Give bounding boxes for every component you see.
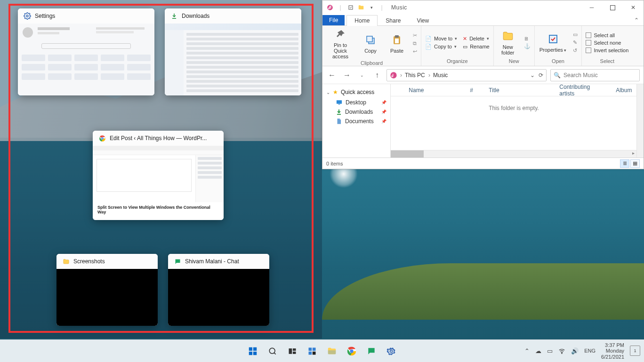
chat-button[interactable] [365,345,378,358]
address-bar[interactable]: › This PC Music ⌄ ⟳ [386,69,547,81]
copy-path-button[interactable]: ⧉ [412,40,418,47]
copy-button[interactable]: Copy [359,32,382,55]
tray-overflow-button[interactable]: ⌃ [524,347,530,354]
breadcrumb-item[interactable]: Music [433,72,448,79]
quick-access-section[interactable]: ⌄ ★ Quick access [322,87,390,97]
history-button[interactable]: ↺ [572,47,579,54]
pin-icon: 📌 [381,119,386,124]
col-artists[interactable]: Contributing artists [555,84,611,97]
search-placeholder: Search Music [564,72,598,79]
search-button[interactable] [266,345,279,358]
new-item-button[interactable]: 🗎 [523,35,531,42]
ribbon: Pin to Quick access Copy Paste ✂ ⧉ ↩ Cli… [322,26,644,66]
close-button[interactable]: ✕ [623,0,644,15]
task-view-button[interactable] [286,345,299,358]
move-to-button[interactable]: 📄Move to [424,35,458,42]
recent-button[interactable]: ⌄ [356,70,368,81]
snap-tile-chat[interactable]: Shivam Malani - Chat [168,254,269,326]
minimize-button[interactable]: ─ [581,0,602,15]
copy-to-button[interactable]: 📄Copy to [424,43,458,50]
paste-shortcut-button[interactable]: ↩ [412,48,418,55]
vertical-scrollbar[interactable] [636,84,644,157]
start-button[interactable] [246,345,259,358]
paste-icon [390,33,403,47]
download-icon [336,109,342,115]
notifications-button[interactable]: 1 [630,346,640,356]
svg-rect-10 [395,35,399,38]
invert-selection-button[interactable]: Invert selection [585,47,629,54]
qat-folder-icon[interactable] [356,4,366,11]
volume-icon[interactable]: 🔊 [571,347,579,354]
titlebar[interactable]: | ▾ | Music ─ ✕ [322,0,644,15]
refresh-button[interactable]: ⟳ [539,72,543,79]
settings-button[interactable] [385,345,398,358]
breadcrumb-item[interactable]: This PC [405,72,430,79]
paste-button[interactable]: Paste [386,32,408,55]
large-icons-view-button[interactable]: ▦ [630,159,640,168]
widgets-button[interactable] [306,345,319,358]
open-button[interactable]: ▭ [572,31,579,38]
svg-rect-25 [313,347,316,351]
snap-tile-settings[interactable]: Settings [18,8,154,95]
svg-point-3 [101,137,103,139]
address-dropdown[interactable]: ⌄ [530,72,535,79]
tab-view[interactable]: View [409,15,437,26]
snap-tile-screenshots[interactable]: Screenshots [56,254,158,326]
col-name[interactable]: Name [404,87,465,94]
select-none-button[interactable]: Select none [585,39,629,46]
onedrive-icon[interactable]: ☁ [535,347,541,354]
download-icon [170,12,178,20]
edit-button[interactable]: ✎ [572,39,579,46]
ribbon-collapse-button[interactable]: ⌃ [629,15,644,25]
delete-button[interactable]: ✕Delete [462,35,491,42]
file-explorer-button[interactable] [325,345,338,358]
status-bar: 0 items ≣ ▦ [322,157,644,169]
properties-button[interactable]: Properties [538,31,569,54]
snap-tile-title: Screenshots [73,258,105,265]
search-icon: 🔍 [554,72,561,79]
snap-tile-downloads[interactable]: Downloads [165,8,301,95]
new-folder-button[interactable]: New folder [497,29,519,56]
pin-quick-access-button[interactable]: Pin to Quick access [325,27,355,60]
back-button[interactable]: ← [326,70,338,81]
select-all-button[interactable]: Select all [585,32,629,39]
search-box[interactable]: 🔍 Search Music [550,69,640,81]
tab-home[interactable]: Home [346,15,378,26]
navigation-pane[interactable]: ⌄ ★ Quick access Desktop 📌 Downloads 📌 D… [322,84,391,157]
language-indicator[interactable]: ENG [584,348,596,354]
easy-access-button[interactable]: ⚓ [523,43,531,50]
rename-button[interactable]: ▭Rename [462,43,491,50]
snap-tile-preview [168,269,269,326]
up-button[interactable]: ↑ [371,70,383,81]
column-headers[interactable]: Name # Title Contributing artists Album [391,84,636,96]
forward-button[interactable]: → [341,70,353,81]
maximize-button[interactable] [602,0,623,15]
svg-rect-21 [289,348,292,354]
col-number[interactable]: # [465,87,484,94]
wifi-icon[interactable] [558,347,565,354]
clock[interactable]: 3:37 PM Monday 6/21/2021 [601,342,624,360]
battery-icon[interactable]: ▭ [547,347,553,354]
nav-item-desktop[interactable]: Desktop 📌 [322,97,390,107]
checkbox-icon [586,40,591,46]
taskbar[interactable]: ⌃ ☁ ▭ 🔊 ENG 3:37 PM Monday 6/21/2021 1 [0,339,644,362]
qat-dropdown[interactable]: ▾ [367,5,376,10]
tab-file[interactable]: File [322,15,345,25]
col-album[interactable]: Album [611,87,636,94]
nav-item-documents[interactable]: Documents 📌 [322,117,390,126]
tab-share[interactable]: Share [378,15,409,26]
empty-folder-text: This folder is empty. [391,96,636,150]
snap-tile-chrome[interactable]: Edit Post ‹ All Things How — WordPr... S… [93,131,224,220]
checkbox-icon [586,32,591,38]
snap-tile-preview [165,24,301,95]
qat-properties-icon[interactable] [346,5,355,10]
ribbon-group-new: New folder 🗎 ⚓ New [494,26,535,66]
cut-button[interactable]: ✂ [412,32,418,39]
nav-item-downloads[interactable]: Downloads 📌 [322,107,390,117]
col-title[interactable]: Title [484,87,555,94]
details-view-button[interactable]: ≣ [620,159,629,168]
chrome-button[interactable] [345,345,358,358]
horizontal-scrollbar[interactable]: ▸ [391,150,636,157]
system-tray[interactable]: ⌃ ☁ ▭ 🔊 ENG 3:37 PM Monday 6/21/2021 1 [524,342,640,360]
file-list-area[interactable]: Name # Title Contributing artists Album … [391,84,636,157]
